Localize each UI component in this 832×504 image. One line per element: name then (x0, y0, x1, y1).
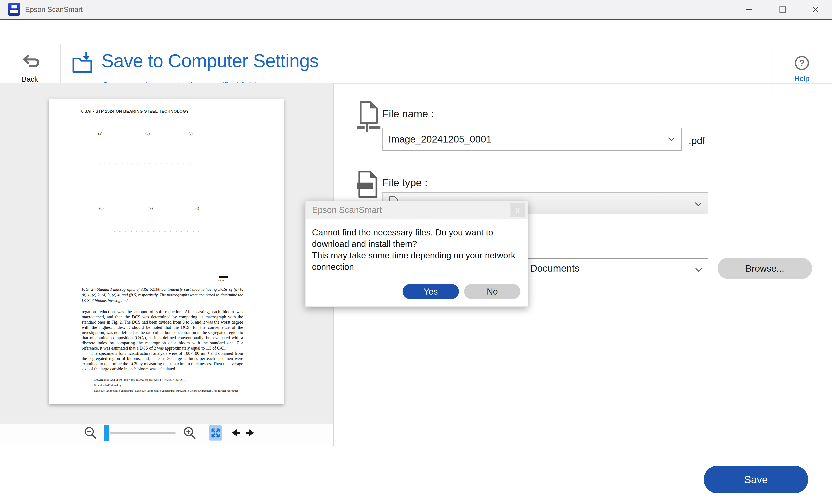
file-type-icon (356, 169, 381, 203)
file-type-label: File type : (383, 177, 427, 189)
scan-artifact (114, 231, 201, 232)
page-title: Save to Computer Settings (101, 50, 319, 72)
close-button[interactable] (807, 3, 824, 16)
minimize-icon (745, 5, 754, 14)
doc-paragraph: The specimens for microstructural analys… (82, 351, 243, 371)
doc-label-d: (d) (99, 206, 104, 211)
doc-running-head: 6 JAI • STP 1524 ON BEARING STEEL TECHNO… (81, 109, 189, 114)
zoom-out-button[interactable] (83, 426, 98, 441)
dialog-title: Epson ScanSmart (306, 201, 528, 219)
app-window: Epson ScanSmart Back (0, 0, 832, 504)
doc-label-c: (c) (188, 131, 192, 136)
maximize-icon (778, 5, 787, 14)
zoom-in-icon (183, 426, 197, 440)
doc-label-e: (e) (149, 206, 153, 211)
doc-paragraph: regation reduction was the amount of sof… (82, 309, 243, 351)
fit-to-screen-icon (211, 427, 220, 439)
file-extension-label: .pdf (688, 135, 705, 147)
help-button[interactable]: ? Help (788, 55, 816, 94)
zoom-out-icon (83, 426, 98, 440)
doc-copyright: Copyright by ASTM Int'l (all rights rese… (94, 377, 243, 393)
app-icon (8, 3, 20, 16)
scanned-page-preview[interactable]: 6 JAI • STP 1524 ON BEARING STEEL TECHNO… (49, 99, 284, 404)
file-name-input[interactable] (383, 133, 660, 145)
page-nav-arrows[interactable] (231, 428, 254, 439)
dialog-close-button[interactable]: x (511, 203, 525, 217)
fit-to-screen-button[interactable] (209, 425, 222, 441)
zoom-in-button[interactable] (183, 426, 197, 441)
divider (772, 45, 773, 100)
dialog-close-icon: x (516, 206, 520, 215)
yes-button[interactable]: Yes (402, 284, 459, 299)
title-bar: Epson ScanSmart (0, 0, 832, 20)
folder-value: Documents (530, 263, 579, 274)
no-button[interactable]: No (464, 284, 520, 299)
save-button[interactable]: Save (704, 466, 808, 494)
file-name-icon (357, 100, 381, 134)
header: Back Save to Computer Settings Save your… (0, 20, 832, 84)
doc-label-b: (b) (146, 131, 150, 136)
close-icon (811, 5, 820, 14)
message-dialog: Epson ScanSmart x Cannot find the necess… (305, 201, 528, 307)
left-right-arrows-icon (231, 428, 254, 438)
preview-toolbar (0, 424, 333, 446)
save-to-computer-icon (72, 50, 97, 76)
help-icon: ? (794, 55, 810, 71)
minimize-button[interactable] (740, 3, 758, 16)
back-label: Back (12, 75, 47, 83)
zoom-slider-track[interactable] (110, 432, 176, 433)
doc-label-a: (a) (98, 131, 102, 136)
chevron-down-icon (695, 265, 702, 272)
scale-label: 4 cm (218, 279, 224, 282)
scan-artifact (99, 163, 192, 164)
doc-figure-caption: FIG. 2—Standard macrographs of AISI 5210… (82, 287, 243, 303)
browse-button[interactable]: Browse... (718, 258, 812, 279)
help-label: Help (788, 74, 816, 83)
back-arrow-icon (19, 54, 41, 71)
file-name-combobox[interactable] (383, 128, 682, 151)
window-title: Epson ScanSmart (25, 5, 83, 14)
doc-text-block: FIG. 2—Standard macrographs of AISI 5210… (82, 287, 243, 393)
dialog-message: Cannot find the necessary files. Do you … (312, 227, 521, 273)
chevron-down-icon[interactable] (668, 134, 675, 141)
scale-bar (219, 276, 228, 278)
maximize-button[interactable] (774, 3, 791, 16)
chevron-down-icon (695, 200, 702, 206)
svg-text:?: ? (799, 58, 805, 68)
scanner-icon (11, 5, 17, 8)
doc-label-f: (f) (196, 206, 199, 211)
zoom-slider-handle[interactable] (104, 425, 109, 442)
file-name-label: File name : (383, 108, 434, 120)
